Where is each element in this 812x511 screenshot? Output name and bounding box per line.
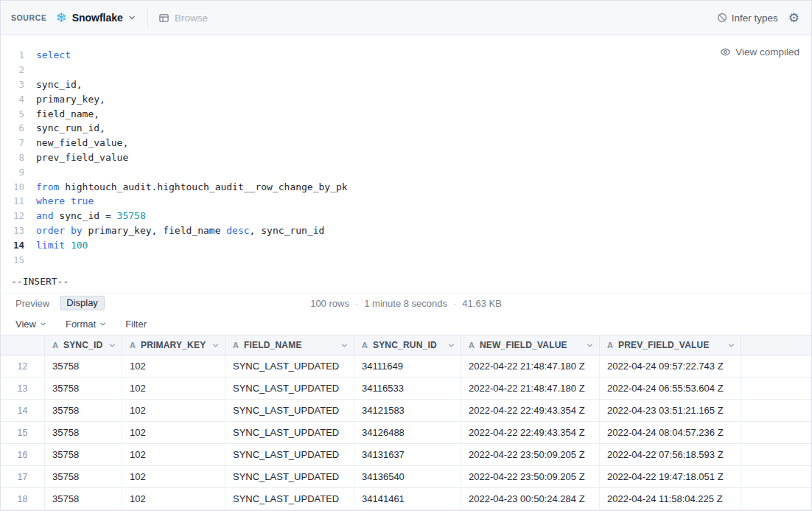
chevron-down-icon[interactable] [448,342,455,349]
table-cell[interactable]: 2022-04-24 09:57:22.743 Z [600,355,741,377]
code-line[interactable]: 2 [1,63,811,77]
table-cell[interactable]: 34111649 [354,355,461,377]
chevron-down-icon [99,321,106,327]
table-cell[interactable]: SYNC_LAST_UPDATED [225,444,354,465]
table-cell[interactable]: 35758 [45,378,122,399]
chevron-down-icon[interactable] [341,342,348,349]
table-cell[interactable]: 34136540 [354,466,461,487]
table-cell[interactable]: 102 [122,378,225,399]
filter-button[interactable]: Filter [125,319,147,330]
source-toolbar: SOURCE ❄ Snowflake Browse Infer types ⚙ [1,1,811,35]
table-cell[interactable]: 35758 [45,400,122,421]
chevron-down-icon[interactable] [212,342,219,349]
column-header-new_field_value[interactable]: ANEW_FIELD_VALUE [461,336,600,355]
table-cell[interactable]: SYNC_LAST_UPDATED [225,355,354,377]
browse-button[interactable]: Browse [158,13,208,24]
table-cell[interactable]: 35758 [45,355,122,377]
table-cell[interactable]: 2022-04-22 22:49:43.354 Z [461,422,600,443]
line-number: 8 [1,152,24,163]
table-cell[interactable]: 102 [122,400,225,421]
table-cell[interactable]: 34131637 [354,444,461,465]
table-cell[interactable]: 2022-04-23 03:51:21.165 Z [600,400,741,421]
code-line[interactable]: 6sync_run_id, [1,121,811,136]
code-line[interactable]: 9 [1,164,811,179]
table-cell[interactable]: 35758 [45,488,122,510]
code-line[interactable]: 13order by primary_key, field_name desc,… [1,223,811,238]
table-cell[interactable]: 2022-04-22 23:50:09.205 Z [461,444,600,465]
code-line[interactable]: 3sync_id, [1,77,811,92]
table-cell[interactable]: 34116533 [354,378,461,399]
format-menu-button[interactable]: Format [66,319,106,330]
row-number-cell: 13 [1,378,45,399]
view-compiled-button[interactable]: View compiled [720,46,799,58]
table-cell[interactable]: SYNC_LAST_UPDATED [225,400,354,421]
table-row[interactable]: 1535758102SYNC_LAST_UPDATED341264882022-… [1,422,811,444]
code-line[interactable]: 5field_name, [1,106,811,121]
table-cell[interactable]: 35758 [45,466,122,487]
table-row[interactable]: 1735758102SYNC_LAST_UPDATED341365402022-… [1,466,811,488]
table-row[interactable]: 1835758102SYNC_LAST_UPDATED341414612022-… [1,488,811,510]
table-cell[interactable]: 34126488 [354,422,461,443]
chevron-down-icon[interactable] [109,342,116,349]
code-token: true [71,195,94,206]
table-cell[interactable]: 35758 [45,444,122,465]
table-cell[interactable]: 2022-04-24 06:55:53.604 Z [600,378,741,399]
table-cell[interactable]: 2022-04-22 23:50:09.205 Z [461,466,600,487]
column-header-primary_key[interactable]: APRIMARY_KEY [122,336,225,355]
column-header-sync_run_id[interactable]: ASYNC_RUN_ID [354,336,461,355]
source-name: Snowflake [72,12,123,24]
table-cell[interactable]: 102 [122,355,225,377]
column-header-sync_id[interactable]: ASYNC_ID [45,336,122,355]
table-row[interactable]: 1235758102SYNC_LAST_UPDATED341116492022-… [1,355,811,378]
code-line[interactable]: 15 [1,252,811,267]
table-cell[interactable]: 2022-04-24 11:58:04.225 Z [600,488,741,510]
code-token: 100 [71,240,88,251]
code-line[interactable]: 11where true [1,194,811,209]
code-text: primary_key, [24,94,105,105]
table-cell[interactable]: 102 [122,488,225,510]
table-cell[interactable]: SYNC_LAST_UPDATED [225,466,354,487]
sql-editor[interactable]: 1select23sync_id,4primary_key,5field_nam… [1,35,811,293]
table-cell[interactable]: 102 [122,422,225,443]
table-cell[interactable]: 102 [122,466,225,487]
tab-display[interactable]: Display [60,296,105,310]
table-cell[interactable]: 2022-04-22 22:49:43.354 Z [461,400,600,421]
table-cell[interactable]: 2022-04-23 00:50:24.284 Z [461,488,600,510]
gear-icon[interactable]: ⚙ [788,12,799,24]
line-number: 12 [1,210,24,221]
table-cell[interactable]: 102 [122,444,225,465]
table-cell[interactable]: 35758 [45,422,122,443]
table-cell[interactable]: 2022-04-22 19:47:18.051 Z [600,466,741,487]
tab-preview[interactable]: Preview [15,298,49,309]
table-row[interactable]: 1335758102SYNC_LAST_UPDATED341165332022-… [1,378,811,400]
table-cell[interactable]: 2022-04-22 07:56:18.593 Z [600,444,741,465]
source-picker-dropdown[interactable]: ❄ Snowflake [56,11,136,24]
view-menu-button[interactable]: View [15,319,46,330]
table-cell[interactable]: SYNC_LAST_UPDATED [225,422,354,443]
line-number: 11 [1,195,24,206]
code-line[interactable]: 1select [1,48,811,63]
source-label: SOURCE [11,13,47,22]
table-cell[interactable]: 34141461 [354,488,461,510]
code-line[interactable]: 4primary_key, [1,91,811,106]
infer-types-button[interactable]: Infer types [717,13,778,24]
column-header-field_name[interactable]: AFIELD_NAME [225,336,354,355]
table-cell[interactable]: SYNC_LAST_UPDATED [225,378,354,399]
chevron-down-icon[interactable] [587,342,593,349]
table-cell[interactable]: 34121583 [354,400,461,421]
table-row[interactable]: 1635758102SYNC_LAST_UPDATED341316372022-… [1,444,811,466]
row-filler [741,488,811,510]
code-line[interactable]: 10from hightouch_audit.hightouch_audit__… [1,179,811,194]
table-cell[interactable]: 2022-04-22 21:48:47.180 Z [461,355,600,377]
code-line[interactable]: 14limit 100 [1,237,811,252]
column-header-prev_field_value[interactable]: APREV_FIELD_VALUE [600,336,741,355]
table-row[interactable]: 1435758102SYNC_LAST_UPDATED341215832022-… [1,400,811,422]
code-token: prev_field_value [36,152,128,163]
table-cell[interactable]: 2022-04-24 08:04:57.236 Z [600,422,741,443]
chevron-down-icon[interactable] [728,342,735,349]
code-line[interactable]: 8prev_field_value [1,150,811,165]
code-line[interactable]: 7new_field_value, [1,136,811,150]
table-cell[interactable]: SYNC_LAST_UPDATED [225,488,354,510]
table-cell[interactable]: 2022-04-22 21:48:47.180 Z [461,378,600,399]
code-line[interactable]: 12and sync_id = 35758 [1,209,811,223]
